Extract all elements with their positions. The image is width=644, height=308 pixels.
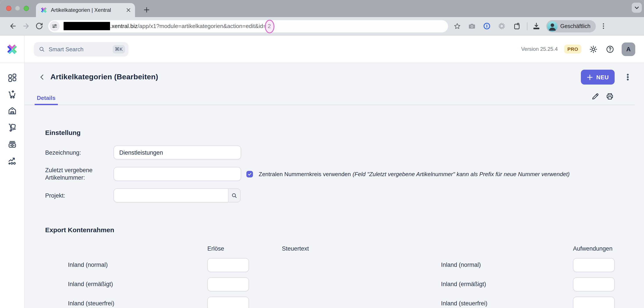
app-body: Artikelkategorien (Bearbeiten) NEU Detai… — [0, 63, 644, 308]
page-title: Artikelkategorien (Bearbeiten) — [50, 73, 158, 81]
sidebar-dashboard-icon[interactable] — [7, 73, 17, 82]
erloese-inland-steuerfrei-input[interactable] — [207, 297, 249, 308]
browser-toolbar: .xentral.biz/app/x1?module=artikelkatego… — [0, 17, 644, 35]
bookmark-star-icon[interactable] — [451, 19, 463, 33]
profile-name: Geschäftlich — [560, 23, 590, 29]
row-label-inland-normal-right: Inland (normal) — [441, 262, 481, 268]
field-row-projekt: Projekt: — [45, 188, 635, 202]
bezeichnung-label: Bezeichnung: — [45, 149, 114, 156]
profile-avatar — [547, 21, 558, 31]
back-icon[interactable] — [6, 19, 19, 33]
back-chevron-icon[interactable] — [37, 72, 47, 82]
tab-details[interactable]: Details — [35, 92, 58, 105]
url-path: /app/x1?module=artikelkategorien&action=… — [138, 23, 266, 29]
nummernkreis-checkbox[interactable] — [246, 171, 253, 177]
export-row: Inland (steuerfrei) Inland (steuerfrei) — [24, 297, 635, 308]
topbar-right: Version 25.25.4 PRO A — [521, 42, 644, 56]
window-controls — [6, 6, 29, 11]
browser-tab[interactable]: Artikelkategorien | Xentral — [36, 3, 135, 17]
field-row-bezeichnung: Bezeichnung: — [45, 145, 635, 159]
sidebar-nav — [0, 63, 24, 308]
sidebar-finance-icon[interactable] — [7, 139, 17, 149]
column-aufwendungen: Aufwendungen — [573, 245, 612, 252]
pro-badge: PRO — [564, 45, 582, 53]
browser-profile-chip[interactable]: Geschäftlich — [546, 20, 596, 32]
column-steuertext: Steuertext — [282, 245, 309, 252]
page-menu-icon[interactable] — [622, 72, 633, 82]
export-grid: Erlöse Steuertext Aufwendungen Inland (n… — [45, 245, 635, 308]
artikelnummer-label: Zuletzt vergebene Artikelnummer: — [45, 166, 114, 181]
plus-icon — [586, 74, 593, 80]
search-shortcut-badge: ⌘K — [112, 45, 125, 53]
section-einstellung: Einstellung — [45, 129, 635, 136]
row-label-inland-ermaessigt-right: Inland (ermäßigt) — [441, 281, 486, 288]
export-row: Inland (normal) Inland (normal) — [24, 258, 635, 272]
row-label-inland-normal: Inland (normal) — [68, 262, 108, 268]
browser-window: Artikelkategorien | Xentral — [0, 0, 644, 308]
projekt-input[interactable] — [114, 188, 228, 202]
tab-title: Artikelkategorien | Xentral — [51, 7, 122, 13]
minimize-window-button[interactable] — [15, 6, 20, 11]
toolbar-separator — [527, 22, 528, 30]
sidebar-analytics-icon[interactable] — [7, 156, 17, 166]
app-topbar: ⌘K Version 25.25.4 PRO A — [0, 35, 644, 63]
version-label: Version 25.25.4 — [521, 46, 558, 52]
sidebar-warehouse-icon[interactable] — [7, 106, 17, 116]
export-column-headers: Erlöse Steuertext Aufwendungen — [24, 245, 635, 253]
xentral-logo[interactable] — [0, 35, 24, 63]
spinner-extension-icon[interactable] — [496, 19, 508, 33]
url-id-annotated: 2 — [266, 23, 272, 29]
page-content: Artikelkategorien (Bearbeiten) NEU Detai… — [24, 63, 644, 308]
sidebar-logistics-icon[interactable] — [7, 123, 17, 132]
aufwendungen-inland-normal-input[interactable] — [573, 258, 615, 272]
browser-menu-icon[interactable] — [598, 19, 609, 33]
row-label-inland-steuerfrei-right: Inland (steuerfrei) — [441, 300, 488, 307]
user-avatar[interactable]: A — [622, 42, 635, 56]
row-label-inland-ermaessigt: Inland (ermäßigt) — [68, 281, 113, 288]
settings-gear-icon[interactable] — [588, 44, 598, 54]
new-button-label: NEU — [596, 74, 609, 80]
url-bar[interactable]: .xentral.biz/app/x1?module=artikelkatego… — [48, 20, 448, 32]
new-button[interactable]: NEU — [581, 70, 615, 85]
tab-strip: Artikelkategorien | Xentral — [0, 0, 644, 17]
sidebar-sales-cart-icon[interactable] — [7, 89, 17, 99]
projekt-search-icon[interactable] — [228, 188, 241, 202]
aufwendungen-inland-steuerfrei-input[interactable] — [573, 297, 615, 308]
clipper-extension-icon[interactable] — [511, 19, 522, 33]
downloads-icon[interactable] — [530, 19, 542, 33]
tab-bar: Details — [24, 90, 635, 105]
page-header: Artikelkategorien (Bearbeiten) NEU — [24, 70, 635, 85]
url-text: .xentral.biz/app/x1?module=artikelkatego… — [110, 23, 272, 29]
tab-close-icon[interactable] — [126, 7, 132, 13]
redacted-domain — [64, 22, 110, 30]
smart-search[interactable]: ⌘K — [34, 42, 128, 56]
erloese-inland-ermaessigt-input[interactable] — [207, 277, 249, 291]
search-icon — [38, 46, 45, 52]
print-icon[interactable] — [605, 92, 615, 101]
bezeichnung-input[interactable] — [114, 145, 241, 159]
url-domain: .xentral.biz — [110, 23, 138, 29]
forward-icon[interactable] — [19, 19, 32, 33]
new-tab-button[interactable] — [141, 4, 152, 15]
reload-icon[interactable] — [32, 19, 46, 33]
edit-pencil-icon[interactable] — [590, 92, 600, 101]
projekt-label: Projekt: — [45, 192, 114, 199]
password-manager-icon[interactable] — [481, 19, 493, 33]
nummernkreis-note: (Feld "Zuletzt vergebene Artikelnummer" … — [353, 171, 570, 177]
site-settings-icon[interactable] — [50, 21, 60, 31]
artikelnummer-input[interactable] — [114, 167, 241, 181]
row-label-inland-steuerfrei: Inland (steuerfrei) — [68, 300, 114, 307]
zoom-window-button[interactable] — [24, 6, 29, 11]
section-export-kontenrahmen: Export Kontenrahmen — [45, 226, 635, 234]
aufwendungen-inland-ermaessigt-input[interactable] — [573, 277, 615, 291]
export-row: Inland (ermäßigt) Inland (ermäßigt) — [24, 277, 635, 291]
search-input[interactable] — [49, 46, 109, 52]
screenshot-camera-icon[interactable] — [466, 19, 478, 33]
erloese-inland-normal-input[interactable] — [207, 258, 249, 272]
nummernkreis-label-text: Zentralen Nummernkreis verwenden(Feld "Z… — [259, 171, 570, 177]
close-window-button[interactable] — [6, 6, 12, 11]
field-row-artikelnummer: Zuletzt vergebene Artikelnummer: Zentral… — [45, 166, 635, 181]
check-icon — [247, 172, 252, 176]
tab-search-button[interactable] — [632, 3, 642, 13]
help-icon[interactable] — [605, 44, 615, 54]
